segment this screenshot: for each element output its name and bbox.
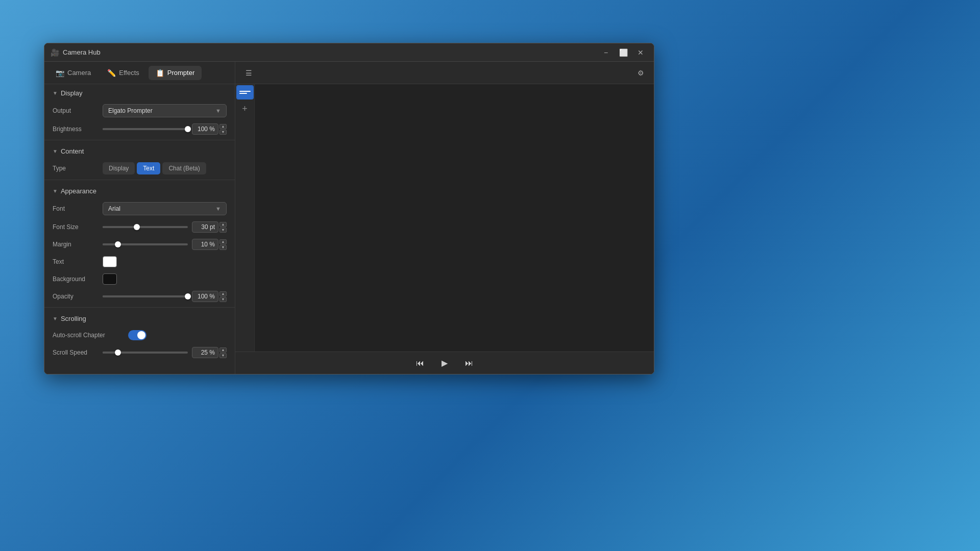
fontsize-slider[interactable]: [103, 226, 188, 228]
font-dropdown[interactable]: Arial ▼: [103, 202, 227, 215]
right-toolbar: ☰ ⚙: [235, 62, 654, 84]
opacity-spinner: ▲ ▼: [219, 291, 227, 302]
scrolling-section: ▼ Scrolling Auto-scroll Chapter Scroll S…: [44, 310, 235, 361]
prompter-thumbnail[interactable]: [237, 86, 253, 98]
fontsize-row: Font Size 30 pt ▲ ▼: [44, 218, 235, 236]
settings-button[interactable]: ⚙: [633, 66, 648, 80]
content-section-header[interactable]: ▼ Content: [44, 142, 235, 159]
type-buttons: Display Text Chat (Beta): [103, 162, 206, 174]
play-button[interactable]: ▶: [436, 355, 453, 371]
tab-bar: 📷 Camera ✏️ Effects 📋 Prompter: [44, 62, 235, 84]
scroll-speed-spinner: ▲ ▼: [219, 347, 227, 358]
brightness-row: Brightness 100 % ▲ ▼: [44, 120, 235, 138]
opacity-down[interactable]: ▼: [219, 297, 227, 302]
scrolling-section-header[interactable]: ▼ Scrolling: [44, 310, 235, 327]
text-color-swatch[interactable]: [103, 256, 117, 267]
bg-color-swatch[interactable]: [103, 273, 117, 285]
font-dropdown-arrow: ▼: [215, 206, 221, 212]
margin-row: Margin 10 % ▲ ▼: [44, 236, 235, 253]
display-chevron: ▼: [53, 90, 58, 96]
window-title: Camera Hub: [63, 48, 599, 56]
appearance-section: ▼ Appearance Font Arial ▼ Font Size: [44, 182, 235, 305]
divider-2: [44, 180, 235, 180]
appearance-section-header[interactable]: ▼ Appearance: [44, 182, 235, 199]
next-button[interactable]: ⏭: [461, 355, 477, 371]
fontsize-up[interactable]: ▲: [219, 222, 227, 227]
add-prompter-button[interactable]: +: [239, 103, 251, 115]
right-panel: ☰ ⚙ +: [235, 62, 654, 374]
prev-button[interactable]: ⏮: [412, 355, 428, 371]
minimize-button[interactable]: −: [599, 45, 613, 60]
toggle-knob: [137, 331, 145, 339]
autoscroll-row: Auto-scroll Chapter: [44, 327, 235, 344]
font-row: Font Arial ▼: [44, 199, 235, 218]
content-chevron: ▼: [53, 148, 58, 154]
scroll-speed-row: Scroll Speed 25 % ▲ ▼: [44, 344, 235, 361]
brightness-spinner: ▲ ▼: [219, 124, 227, 135]
left-panel: 📷 Camera ✏️ Effects 📋 Prompter ▼ Display: [44, 62, 235, 374]
settings-icon: ⚙: [638, 69, 644, 77]
thumbnail-strip: +: [235, 84, 255, 352]
display-section: ▼ Display Output Elgato Prompter ▼ Bri: [44, 84, 235, 138]
autoscroll-toggle[interactable]: [128, 330, 146, 340]
opacity-row: Opacity 100 % ▲ ▼: [44, 288, 235, 305]
scrolling-chevron: ▼: [53, 316, 58, 321]
thumbnail-icon: [237, 86, 253, 98]
fontsize-spinner: ▲ ▼: [219, 222, 227, 233]
close-button[interactable]: ✕: [633, 45, 648, 60]
brightness-down[interactable]: ▼: [219, 130, 227, 135]
fontsize-down[interactable]: ▼: [219, 228, 227, 233]
margin-down[interactable]: ▼: [219, 245, 227, 250]
opacity-slider[interactable]: [103, 295, 188, 297]
bg-color-row: Background: [44, 270, 235, 288]
display-section-header[interactable]: ▼ Display: [44, 84, 235, 101]
title-bar: 🎥 Camera Hub − ⬜ ✕: [44, 43, 654, 62]
brightness-slider[interactable]: [103, 128, 188, 130]
effects-tab-icon: ✏️: [107, 69, 116, 77]
scroll-speed-value: 25 %: [192, 347, 218, 358]
margin-slider[interactable]: [103, 243, 188, 245]
scroll-speed-up[interactable]: ▲: [219, 347, 227, 353]
tab-camera[interactable]: 📷 Camera: [48, 66, 98, 80]
transport-bar: ⏮ ▶ ⏭: [235, 352, 654, 374]
appearance-chevron: ▼: [53, 188, 58, 194]
tab-prompter[interactable]: 📋 Prompter: [149, 66, 202, 80]
opacity-value: 100 %: [192, 291, 218, 302]
fontsize-value: 30 pt: [192, 221, 218, 233]
camera-tab-icon: 📷: [56, 69, 64, 77]
output-dropdown[interactable]: Elgato Prompter ▼: [103, 104, 227, 117]
type-chat-button[interactable]: Chat (Beta): [162, 162, 206, 174]
brightness-value: 100 %: [192, 123, 218, 135]
sidebar-toggle-button[interactable]: ☰: [241, 66, 256, 80]
prompter-tab-icon: 📋: [156, 69, 164, 77]
preview-area: +: [235, 84, 654, 352]
content-section: ▼ Content Type Display Text Chat (Beta): [44, 142, 235, 178]
opacity-up[interactable]: ▲: [219, 291, 227, 296]
sidebar-toggle-icon: ☰: [246, 69, 252, 77]
main-window: 🎥 Camera Hub − ⬜ ✕ 📷 Camera ✏️ Effects: [44, 43, 654, 374]
margin-spinner: ▲ ▼: [219, 239, 227, 250]
margin-value: 10 %: [192, 239, 218, 250]
app-icon: 🎥: [51, 48, 59, 57]
type-row: Type Display Text Chat (Beta): [44, 159, 235, 178]
window-controls: − ⬜ ✕: [599, 45, 648, 60]
type-display-button[interactable]: Display: [103, 162, 135, 174]
output-dropdown-arrow: ▼: [215, 108, 221, 114]
type-text-button[interactable]: Text: [137, 162, 160, 174]
divider-1: [44, 140, 235, 140]
divider-3: [44, 307, 235, 308]
scroll-speed-down[interactable]: ▼: [219, 353, 227, 358]
margin-up[interactable]: ▲: [219, 239, 227, 244]
preview-main: [255, 84, 654, 352]
text-color-row: Text: [44, 253, 235, 270]
brightness-up[interactable]: ▲: [219, 124, 227, 129]
tab-effects[interactable]: ✏️ Effects: [100, 66, 146, 80]
output-row: Output Elgato Prompter ▼: [44, 101, 235, 120]
scroll-speed-slider[interactable]: [103, 352, 188, 354]
maximize-button[interactable]: ⬜: [616, 45, 630, 60]
window-body: 📷 Camera ✏️ Effects 📋 Prompter ▼ Display: [44, 62, 654, 374]
